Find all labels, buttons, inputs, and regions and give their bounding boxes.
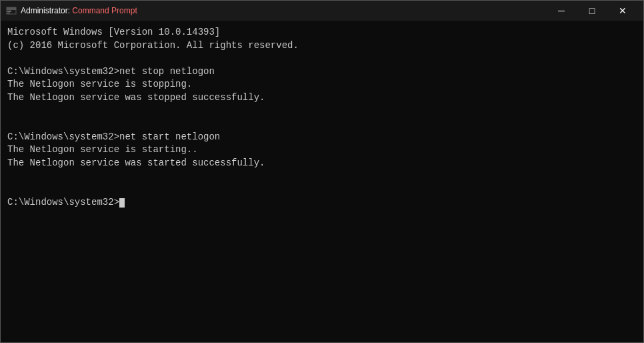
window-icon: [6, 5, 17, 16]
maximize-button[interactable]: □: [577, 1, 607, 21]
cmd-window: Administrator: Command Prompt ─ □ ✕ Micr…: [0, 0, 644, 343]
console-line: C:\Windows\system32>net stop netlogon: [7, 65, 637, 79]
console-line: [7, 105, 637, 118]
console-line: The Netlogon service was started success…: [7, 157, 637, 170]
cursor: [119, 198, 125, 208]
console-line: [7, 117, 637, 131]
svg-rect-1: [7, 7, 16, 10]
console-area[interactable]: Microsoft Windows [Version 10.0.14393] (…: [1, 21, 643, 342]
admin-label: Administrator:: [21, 6, 72, 15]
title-name-label: Command Prompt: [72, 6, 137, 15]
console-prompt: C:\Windows\system32>: [7, 197, 119, 208]
title-bar: Administrator: Command Prompt ─ □ ✕: [1, 1, 643, 21]
console-line: [7, 52, 637, 65]
console-line: The Netlogon service is stopping.: [7, 78, 637, 91]
console-line: [7, 170, 637, 184]
svg-rect-2: [7, 11, 11, 12]
console-line: C:\Windows\system32>net start netlogon: [7, 131, 637, 144]
close-button[interactable]: ✕: [607, 1, 638, 21]
console-prompt-line: C:\Windows\system32>: [7, 196, 637, 210]
console-line: (c) 2016 Microsoft Corporation. All righ…: [7, 39, 637, 53]
console-line: The Netlogon service is starting..: [7, 143, 637, 157]
console-line: The Netlogon service was stopped success…: [7, 91, 637, 105]
title-bar-controls: ─ □ ✕: [546, 1, 638, 21]
console-line: Microsoft Windows [Version 10.0.14393]: [7, 26, 637, 39]
minimize-button[interactable]: ─: [546, 1, 577, 21]
console-line: [7, 183, 637, 196]
title-bar-text: Administrator: Command Prompt: [21, 6, 546, 15]
svg-rect-3: [7, 13, 10, 13]
